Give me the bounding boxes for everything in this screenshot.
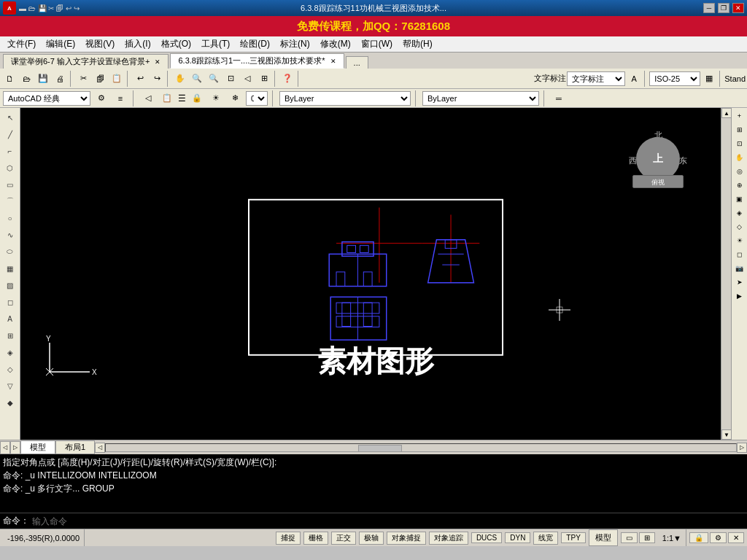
plot-btn[interactable]: 🖨 <box>52 71 68 87</box>
tool-region[interactable]: ◻ <box>2 294 18 310</box>
open-btn[interactable]: 🗁 <box>18 71 34 87</box>
workspace-customize[interactable]: ≡ <box>112 90 128 106</box>
rt-orbit[interactable]: ◎ <box>733 165 746 178</box>
workspace-settings[interactable]: ⚙ <box>93 90 109 106</box>
zoom-all-btn[interactable]: ⊞ <box>256 71 272 87</box>
menu-draw[interactable]: 绘图(D) <box>236 36 274 52</box>
pan-btn[interactable]: ✋ <box>172 71 188 87</box>
tool-rect[interactable]: ▭ <box>2 176 18 192</box>
h-scroll-track[interactable] <box>105 443 737 452</box>
tab-example[interactable]: 课堂举例6-7 输入文字并设置绿色背景+ ✕ <box>3 54 169 69</box>
minimize-button[interactable]: ─ <box>703 3 715 13</box>
command-prompt[interactable]: 命令： <box>0 513 747 529</box>
copy-btn[interactable]: 🗐 <box>92 71 108 87</box>
rt-camera[interactable]: 📷 <box>733 262 746 275</box>
rt-3d[interactable]: ◈ <box>733 206 746 219</box>
menu-window[interactable]: 窗口(W) <box>357 36 397 52</box>
help-btn[interactable]: ❓ <box>279 71 295 87</box>
tool-spline[interactable]: ∿ <box>2 227 18 243</box>
compass-center[interactable]: 上 <box>636 137 680 181</box>
rt-view[interactable]: ▣ <box>733 192 746 206</box>
rt-zoom-window[interactable]: ⊡ <box>733 137 746 150</box>
tool-arc[interactable]: ⌒ <box>2 193 18 209</box>
rt-pan[interactable]: ✋ <box>733 151 746 164</box>
tool-ellipse[interactable]: ⬭ <box>2 244 18 260</box>
settings-icon[interactable]: ⚙ <box>710 532 727 543</box>
compass-view-button[interactable]: 俯视 <box>632 175 684 188</box>
tab-exercise[interactable]: 6.3.8跟踪练习1一....三视图添加技术要求* ✕ <box>170 53 344 69</box>
layer-freeze[interactable]: ❄ <box>227 90 243 106</box>
tool-3dface[interactable]: ◇ <box>2 361 18 377</box>
tool-gradient[interactable]: ▨ <box>2 277 18 293</box>
vertical-scrollbar[interactable]: ▲ ▼ <box>721 108 731 440</box>
paste-btn[interactable]: 📋 <box>109 71 125 87</box>
tab-scroll-right[interactable]: ▷ <box>10 441 20 454</box>
tpy-btn[interactable]: TPY <box>561 532 585 543</box>
menu-edit[interactable]: 编辑(E) <box>42 36 80 52</box>
scroll-down-btn[interactable]: ▼ <box>721 429 731 440</box>
tool-polygon[interactable]: ⬡ <box>2 160 18 176</box>
layer-name-dropdown[interactable]: 0 <box>246 91 268 106</box>
menu-insert[interactable]: 插入(I) <box>120 36 155 52</box>
zoom-window-btn[interactable]: ⊡ <box>222 71 239 87</box>
close-button[interactable]: ✕ <box>732 3 744 13</box>
lweight-btn[interactable]: 线宽 <box>533 532 558 545</box>
tool-surface[interactable]: ▽ <box>2 378 18 394</box>
zoom-in-btn[interactable]: 🔍 <box>189 71 205 87</box>
grid-btn[interactable]: 栅格 <box>303 532 328 545</box>
tool-solid[interactable]: ◆ <box>2 394 18 411</box>
scale-display[interactable]: 1:1▼ <box>658 529 686 546</box>
tab-exercise-close[interactable]: ✕ <box>330 58 336 65</box>
rt-walk[interactable]: ➤ <box>733 276 746 289</box>
ducs-btn[interactable]: DUCS <box>471 532 502 543</box>
dim-style-dropdown[interactable]: ISO-25 <box>649 71 700 86</box>
rt-anim[interactable]: ▶ <box>733 289 746 303</box>
scroll-right-btn[interactable]: ▷ <box>737 443 747 453</box>
viewport-icon2[interactable]: ⊞ <box>639 532 655 543</box>
ortho-btn[interactable]: 正交 <box>331 532 356 545</box>
undo-btn[interactable]: ↩ <box>132 71 148 87</box>
tool-circle[interactable]: ○ <box>2 210 18 226</box>
layer-sun[interactable]: ☀ <box>208 90 224 106</box>
osnap-btn[interactable]: 对象捕捉 <box>387 532 426 545</box>
zoom-out-btn[interactable]: 🔍 <box>206 71 222 87</box>
tool-insert[interactable]: ⊞ <box>2 327 18 343</box>
menu-file[interactable]: 文件(F) <box>3 36 40 52</box>
zoom-prev-btn[interactable]: ◁ <box>239 71 255 87</box>
restore-button[interactable]: ❐ <box>718 3 729 13</box>
dim-style-btn[interactable]: ▦ <box>701 71 717 87</box>
tool-hatch[interactable]: ▦ <box>2 260 18 276</box>
rt-render[interactable]: ◇ <box>733 220 746 233</box>
menu-view[interactable]: 视图(V) <box>81 36 119 52</box>
layout1-tab[interactable]: 布局1 <box>55 440 95 454</box>
rt-light[interactable]: ☀ <box>733 234 746 247</box>
tab-example-close[interactable]: ✕ <box>155 58 160 66</box>
cut-btn[interactable]: ✂ <box>75 71 91 87</box>
menu-tools[interactable]: 工具(T) <box>197 36 234 52</box>
close-icon[interactable]: ✕ <box>728 532 744 543</box>
tool-mtext[interactable]: A <box>2 311 18 327</box>
canvas-area[interactable]: 北 南 东 西 上 俯视 <box>20 108 731 440</box>
menu-help[interactable]: 帮助(H) <box>398 36 437 52</box>
h-scroll-thumb[interactable] <box>358 445 402 452</box>
lock-icon[interactable]: 🔒 <box>689 532 708 543</box>
scroll-up-btn[interactable]: ▲ <box>721 108 731 118</box>
polar-btn[interactable]: 极轴 <box>359 532 384 545</box>
new-btn[interactable]: 🗋 <box>1 71 18 87</box>
tool-line[interactable]: ╱ <box>2 126 18 142</box>
snap-btn[interactable]: 捕捉 <box>276 532 301 545</box>
layer-lock[interactable]: 🔒 <box>189 90 205 106</box>
tab-more[interactable]: ... <box>346 56 368 69</box>
save-btn[interactable]: 💾 <box>35 71 51 87</box>
menu-format[interactable]: 格式(O) <box>157 36 196 52</box>
tab-scroll-left[interactable]: ◁ <box>0 441 10 454</box>
rt-zoom-all[interactable]: ⊞ <box>733 123 746 136</box>
command-input[interactable] <box>32 516 747 526</box>
menu-modify[interactable]: 修改(M) <box>316 36 355 52</box>
tool-select[interactable]: ↖ <box>2 109 18 125</box>
dyn-btn[interactable]: DYN <box>505 532 530 543</box>
rt-zoom-in[interactable]: + <box>733 109 746 122</box>
lineweight-btn[interactable]: ═ <box>551 90 567 106</box>
menu-dim[interactable]: 标注(N) <box>276 36 314 52</box>
layer-prev[interactable]: ◁ <box>140 90 156 106</box>
